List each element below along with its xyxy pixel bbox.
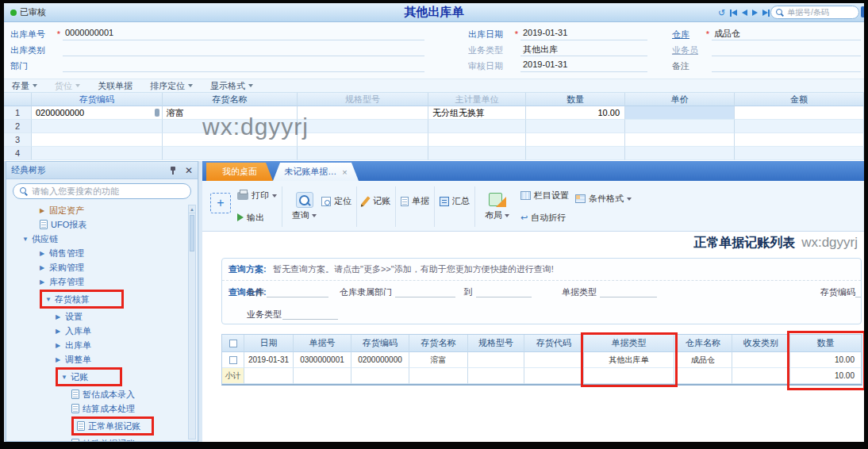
outbound-no-input[interactable]: 0000000001 xyxy=(63,28,424,40)
col-spec[interactable]: 规格型号 xyxy=(468,335,524,352)
col-inventory-name[interactable]: 存货名称 xyxy=(163,93,298,106)
auto-wrap-button[interactable]: ↩自动折行 xyxy=(520,212,569,224)
close-tab-icon[interactable]: × xyxy=(342,167,347,177)
col-inv-alias[interactable]: 存货代码 xyxy=(524,335,584,352)
sidebar-item-inbound-order[interactable]: ▶入库单 xyxy=(6,324,186,338)
cond-doctype-input[interactable] xyxy=(600,288,657,297)
col-doc-no[interactable]: 单据号 xyxy=(294,335,351,352)
stock-menu[interactable]: 存量 xyxy=(12,80,37,92)
salesperson-link[interactable]: 业务员 xyxy=(672,44,704,56)
table-row[interactable]: 2019-01-31 0300000001 0200000000 溶富 其他出库… xyxy=(222,352,862,368)
col-qty[interactable]: 数量 xyxy=(526,93,625,106)
col-inout-category[interactable]: 收发类别 xyxy=(732,335,790,352)
department-input[interactable] xyxy=(63,59,424,72)
reference-button[interactable] xyxy=(155,109,159,117)
sidebar-search-box[interactable] xyxy=(13,183,191,199)
next-record-icon[interactable] xyxy=(751,10,759,16)
locate-button[interactable]: 定位 xyxy=(321,195,351,207)
col-warehouse-name[interactable]: 仓库名称 xyxy=(674,335,732,352)
col-inv-code[interactable]: 存货编码 xyxy=(351,335,409,352)
cond-warehouse-input[interactable] xyxy=(267,288,328,297)
salesperson-input[interactable] xyxy=(712,44,861,56)
col-quantity[interactable]: 数量 xyxy=(790,335,862,352)
sidebar-item-ufo-report[interactable]: UFO报表 xyxy=(6,217,186,232)
table-row[interactable]: 1 0200000000 溶富 无分组无换算 10.00 xyxy=(4,106,864,120)
sidebar-item-special-doc-posting[interactable]: 特殊单据记账 xyxy=(6,436,186,441)
tab-my-desktop[interactable]: 我的桌面 xyxy=(206,163,273,181)
scrollbar-thumb[interactable] xyxy=(190,215,194,251)
table-row[interactable]: 3 xyxy=(4,133,864,147)
cond-to-input[interactable] xyxy=(476,288,532,297)
chevron-down-icon: ▼ xyxy=(45,296,55,303)
sidebar-item-outbound-order[interactable]: ▶出库单 xyxy=(6,338,186,352)
doc-search-box[interactable] xyxy=(770,6,859,19)
cond-warehouse-dept-input[interactable] xyxy=(395,288,455,297)
prev-record-icon[interactable] xyxy=(740,10,749,16)
sidebar-item-supply-chain[interactable]: ▼供应链 xyxy=(6,232,186,246)
display-format-menu[interactable]: 显示格式 xyxy=(210,80,253,92)
field-business-type: 业务类型 其他出库 xyxy=(468,42,647,58)
col-amount[interactable]: 金额 xyxy=(735,93,864,106)
print-button[interactable]: 打印 xyxy=(237,190,277,201)
sidebar-item-purchase-mgmt[interactable]: ▶采购管理 xyxy=(6,260,186,274)
export-button[interactable]: 输出 xyxy=(237,212,277,224)
table-row[interactable]: 2 xyxy=(4,120,864,133)
doc-search-input[interactable] xyxy=(787,8,851,17)
columns-setup-button[interactable]: 栏目设置 xyxy=(520,190,569,201)
col-date[interactable]: 日期 xyxy=(244,335,294,352)
outbound-date-input[interactable]: 2019-01-31 xyxy=(520,28,647,40)
sidebar-header: 经典树形 ✕ xyxy=(6,162,198,179)
cell-unit[interactable]: 无分组无换算 xyxy=(428,106,526,120)
sidebar-scrollbar[interactable]: ▲ xyxy=(188,205,196,439)
remark-input[interactable] xyxy=(712,59,861,72)
sidebar-search-input[interactable] xyxy=(32,186,184,196)
post-button[interactable]: 记账 xyxy=(362,195,390,207)
warehouse-input[interactable]: 成品仓 xyxy=(712,28,861,40)
checkbox-icon[interactable] xyxy=(229,340,237,347)
sidebar-item-fixed-assets[interactable]: ▶固定资产 xyxy=(6,203,186,217)
cond-biztype-input[interactable] xyxy=(282,310,338,320)
col-doc-type[interactable]: 单据类型 xyxy=(584,335,674,352)
checkbox-icon[interactable] xyxy=(229,356,237,364)
sort-locate-menu[interactable]: 排序定位 xyxy=(150,80,193,92)
doc-button[interactable]: 单据 xyxy=(401,195,429,207)
conditional-format-button[interactable]: 条件格式 xyxy=(575,193,632,205)
summary-button[interactable]: 汇总 xyxy=(440,195,470,207)
select-all-cell[interactable] xyxy=(222,335,244,352)
sidebar-item-settlement-cost[interactable]: 结算成本处理 xyxy=(6,401,186,416)
record-nav: ↺ xyxy=(716,6,771,20)
location-menu[interactable]: 货位 xyxy=(55,80,80,92)
tab-unposted-docs[interactable]: 未记账单据… × xyxy=(273,163,359,181)
col-spec-model[interactable]: 规格型号 xyxy=(298,93,428,106)
query-button[interactable]: 查询 xyxy=(292,185,317,228)
sidebar-item-posting[interactable]: ▼记账 xyxy=(6,366,186,387)
col-inv-name[interactable]: 存货名称 xyxy=(409,335,468,352)
col-unit-price[interactable]: 单价 xyxy=(625,93,735,106)
col-main-unit[interactable]: 主计量单位 xyxy=(428,93,526,106)
sidebar-item-adjustment-order[interactable]: ▶调整单 xyxy=(6,352,186,366)
sidebar-item-normal-doc-posting[interactable]: 正常单据记账 xyxy=(6,416,186,436)
cell-code[interactable]: 0200000000 xyxy=(32,106,163,120)
close-icon[interactable]: ✕ xyxy=(185,167,193,175)
sidebar-item-settings[interactable]: ▶设置 xyxy=(6,309,186,324)
audit-date-value: 2019-01-31 xyxy=(520,59,647,72)
cell-price-selected[interactable] xyxy=(625,106,735,120)
scroll-up-icon[interactable]: ▲ xyxy=(189,205,195,213)
first-record-icon[interactable] xyxy=(728,10,739,17)
warehouse-link[interactable]: 仓库 xyxy=(672,29,704,40)
table-row[interactable]: 4 xyxy=(4,147,864,160)
col-inventory-code[interactable]: 存货编码 xyxy=(32,93,163,106)
refresh-icon[interactable]: ↺ xyxy=(716,6,727,19)
document-form: 出库单号 * 0000000001 出库类别 部门 出库日期 * 2019-01… xyxy=(4,22,864,79)
sidebar-item-sales-mgmt[interactable]: ▶销售管理 xyxy=(6,246,186,260)
cond-invcode-input[interactable] xyxy=(855,288,862,297)
outbound-category-input[interactable] xyxy=(63,44,424,56)
layout-button[interactable]: 布局 xyxy=(485,185,509,228)
add-button[interactable]: + xyxy=(210,193,231,213)
cell-qty[interactable]: 10.00 xyxy=(526,106,625,120)
pin-icon[interactable] xyxy=(169,166,177,175)
sidebar-item-inventory-accounting[interactable]: ▼存货核算 xyxy=(6,289,186,309)
related-docs-button[interactable]: 关联单据 xyxy=(98,80,133,92)
sidebar-item-estimated-cost-entry[interactable]: 暂估成本录入 xyxy=(6,387,186,401)
sidebar-item-inventory-mgmt[interactable]: ▶库存管理 xyxy=(6,274,186,289)
